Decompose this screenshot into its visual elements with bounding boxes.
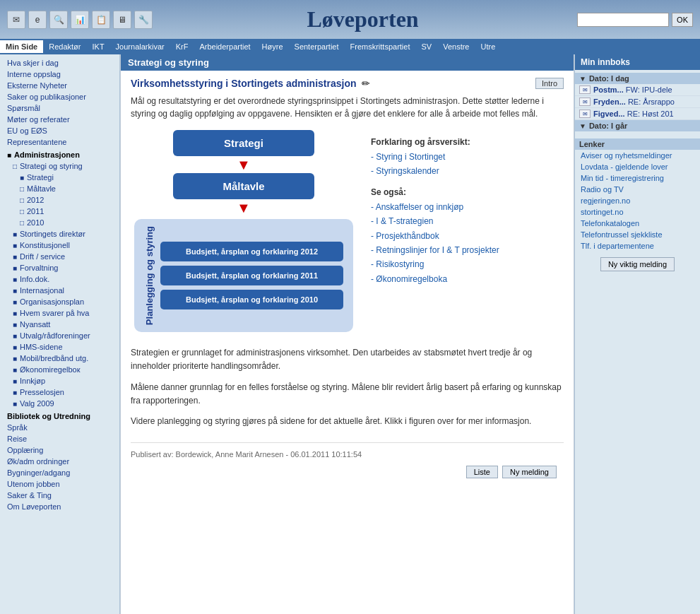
sidebar-item-stortingets-direktør[interactable]: ■ Stortingets direktør <box>0 228 119 240</box>
right-link[interactable]: Radio og TV <box>581 185 624 194</box>
se-ogsaa-link[interactable]: - Retningslinjer for I & T prosjekter <box>371 243 499 257</box>
sidebar-item-utenom-jobben[interactable]: Utenom jobben <box>0 478 119 490</box>
se-ogsaa-link[interactable]: - Risikostyring <box>371 257 499 271</box>
forklaring-link[interactable]: - Styring i Stortinget <box>371 150 499 164</box>
se-ogsaa-link[interactable]: - Økonomiregelboka <box>371 272 499 286</box>
monitor-icon[interactable]: 🖥 <box>113 11 131 29</box>
mail-icon[interactable]: ✉ <box>7 11 25 29</box>
right-link-item: Telefontrussel sjekkliste <box>575 229 700 240</box>
sidebar-item-innkjøp[interactable]: ■ Innkjøp <box>0 375 119 386</box>
sidebar-item-info.dok.[interactable]: ■ Info.dok. <box>0 273 119 285</box>
right-link[interactable]: Telefonkatalogen <box>581 219 639 228</box>
right-link-item: Min tid - timeregistrering <box>575 172 700 184</box>
sidebar-item-spørsmål[interactable]: Spørsmål <box>0 102 119 114</box>
sidebar-item-organisasjonsplan[interactable]: ■ Organisasjonsplan <box>0 296 119 307</box>
planning-box[interactable]: Budsjett, årsplan og forklaring 2011 <box>160 266 343 285</box>
sidebar-item-utvalg-rådforeninger[interactable]: ■ Utvalg/rådforeninger <box>0 330 119 341</box>
planning-box[interactable]: Budsjett, årsplan og forklaring 2010 <box>160 290 343 309</box>
sidebar-item-bibliotek-og-utredning[interactable]: Bibliotek og Utredning <box>0 409 119 422</box>
search-icon[interactable]: 🔍 <box>49 11 68 29</box>
sidebar-item-2010[interactable]: □ 2010 <box>0 217 119 228</box>
sidebar-item-administrasjonen[interactable]: ■ Administrasjonen <box>0 148 119 160</box>
right-link[interactable]: Lovdata - gjeldende lover <box>581 163 668 171</box>
sidebar-item-saker-&-ting[interactable]: Saker & Ting <box>0 490 119 501</box>
sidebar-item-øk-adm-ordninger[interactable]: Øk/adm ordninger <box>0 456 119 467</box>
new-message-button[interactable]: Ny viktig melding <box>600 257 675 271</box>
se-ogsaa-link[interactable]: - I & T-strategien <box>371 214 499 228</box>
maaltavle-box[interactable]: Måltavle <box>173 173 314 199</box>
sidebar-item-strategi-og-styring[interactable]: □ Strategi og styring <box>0 160 119 172</box>
right-link[interactable]: Aviser og nyhetsmeldinger <box>581 151 672 160</box>
inbox-date-header[interactable]: ▼ Dato: I dag <box>575 73 700 84</box>
planning-box[interactable]: Budsjett, årsplan og forklaring 2012 <box>160 242 343 261</box>
sidebar-item-drift---service[interactable]: ■ Drift / service <box>0 251 119 262</box>
sidebar-item-valg-2009[interactable]: ■ Valg 2009 <box>0 398 119 409</box>
sidebar-item-hms-sidene[interactable]: ■ HMS-sidene <box>0 341 119 353</box>
right-link[interactable]: Tlf. i departementene <box>581 242 654 250</box>
right-link[interactable]: Min tid - timeregistrering <box>581 174 664 182</box>
bottom-paragraphs: Strategien er grunnlaget for administras… <box>131 346 564 428</box>
inbox-item-icon: ✉ <box>579 98 591 106</box>
strategi-box[interactable]: Strategi <box>173 130 314 156</box>
se-ogsaa-link[interactable]: - Prosjekthåndbok <box>371 229 499 243</box>
intro-button[interactable]: Intro <box>535 78 564 89</box>
inbox-item[interactable]: ✉Postm... FW: IPU-dele <box>575 84 700 96</box>
search-button[interactable]: OK <box>672 13 693 27</box>
right-link[interactable]: regjeringen.no <box>581 196 630 205</box>
liste-button[interactable]: Liste <box>466 466 498 478</box>
sidebar-item-2012[interactable]: □ 2012 <box>0 194 119 206</box>
se-ogsaa-link[interactable]: - Anskaffelser og innkjøp <box>371 200 499 214</box>
sidebar-item-mobil-bredbånd-utg.[interactable]: ■ Mobil/bredbånd utg. <box>0 353 119 364</box>
sidebar-item-måltavle[interactable]: □ Måltavle <box>0 183 119 194</box>
sidebar-item-bygninger-adgang[interactable]: Bygninger/adgang <box>0 467 119 478</box>
navbar-item-utre[interactable]: Utre <box>475 40 502 53</box>
navbar-item-fremskrittspartiet[interactable]: Fremskrittspartiet <box>345 40 416 53</box>
sidebar-item-reise[interactable]: Reise <box>0 433 119 444</box>
navbar-item-sv[interactable]: SV <box>416 40 438 53</box>
sidebar-item-forvaltning[interactable]: ■ Forvaltning <box>0 262 119 273</box>
chart-icon[interactable]: 📊 <box>71 11 89 29</box>
navbar-item-senterpartiet[interactable]: Senterpartiet <box>289 40 345 53</box>
sidebar-item-økonomiregelbок[interactable]: ■ Økonomiregelbок <box>0 364 119 375</box>
sidebar-item-hvem-svarer-på-hva[interactable]: ■ Hvem svarer på hva <box>0 307 119 319</box>
right-link-item: Tlf. i departementene <box>575 240 700 252</box>
right-sidebar-title: Min innboks <box>575 54 700 70</box>
sidebar-item-konstitusjonell[interactable]: ■ Konstitusjonell <box>0 240 119 251</box>
inbox-item-label: Figved... RE: Høst 201 <box>593 110 674 118</box>
search-input[interactable] <box>577 13 669 27</box>
right-link[interactable]: Telefontrussel sjekkliste <box>581 230 663 239</box>
sidebar-item-strategi[interactable]: ■ Strategi <box>0 172 119 183</box>
sidebar-item-språk[interactable]: Språk <box>0 422 119 433</box>
sidebar-item-hva-skjer-i-dag[interactable]: Hva skjer i dag <box>0 57 119 69</box>
globe-icon[interactable]: e <box>28 11 47 29</box>
navbar-item-krf[interactable]: KrF <box>170 40 194 53</box>
sidebar-item-interne-oppslag[interactable]: Interne oppslag <box>0 69 119 80</box>
sidebar-item-2011[interactable]: □ 2011 <box>0 206 119 217</box>
inbox-date-header[interactable]: ▼ Dato: I går <box>575 120 700 131</box>
sidebar-item-representantene[interactable]: Representantene <box>0 136 119 148</box>
inbox-item[interactable]: ✉Fryden... RE: Årsrappo <box>575 96 700 108</box>
ny-melding-button[interactable]: Ny melding <box>502 466 557 478</box>
right-link[interactable]: stortinget.no <box>581 208 624 216</box>
navbar-item-min-side[interactable]: Min Side <box>0 40 43 53</box>
navbar-item-redaktør[interactable]: Redaktør <box>43 40 86 53</box>
navbar-item-ikt[interactable]: IKT <box>86 40 109 53</box>
sidebar-item-eu-og-eøs[interactable]: EU og EØS <box>0 125 119 136</box>
list-icon[interactable]: 📋 <box>92 11 110 29</box>
sidebar-item-opplæring[interactable]: Opplæring <box>0 444 119 456</box>
navbar-item-arbeiderpartiet[interactable]: Arbeiderpartiet <box>194 40 256 53</box>
sidebar-item-saker-og-publikasjoner[interactable]: Saker og publikasjoner <box>0 91 119 102</box>
sidebar-item-internasjonal[interactable]: ■ Internasjonal <box>0 285 119 296</box>
navbar-item-høyre[interactable]: Høyre <box>256 40 289 53</box>
right-link-item: Telefonkatalogen <box>575 218 700 229</box>
navbar-item-venstre[interactable]: Venstre <box>437 40 475 53</box>
forklaring-link[interactable]: - Styringskalender <box>371 164 499 178</box>
navbar-item-journalarkivar[interactable]: Journalarkivar <box>110 40 170 53</box>
sidebar-item-møter-og-referater[interactable]: Møter og referater <box>0 114 119 125</box>
edit-icon[interactable]: ✏ <box>362 78 370 89</box>
sidebar-item-presselosjen[interactable]: ■ Presselosjen <box>0 386 119 398</box>
sidebar-item-nyansatt[interactable]: ■ Nyansatt <box>0 319 119 330</box>
sidebar-item-om-løveporten[interactable]: Om Løveporten <box>0 501 119 512</box>
inbox-item[interactable]: ✉Figved... RE: Høst 201 <box>575 108 700 120</box>
sidebar-item-eksterne-nyheter[interactable]: Eksterne Nyheter <box>0 80 119 91</box>
